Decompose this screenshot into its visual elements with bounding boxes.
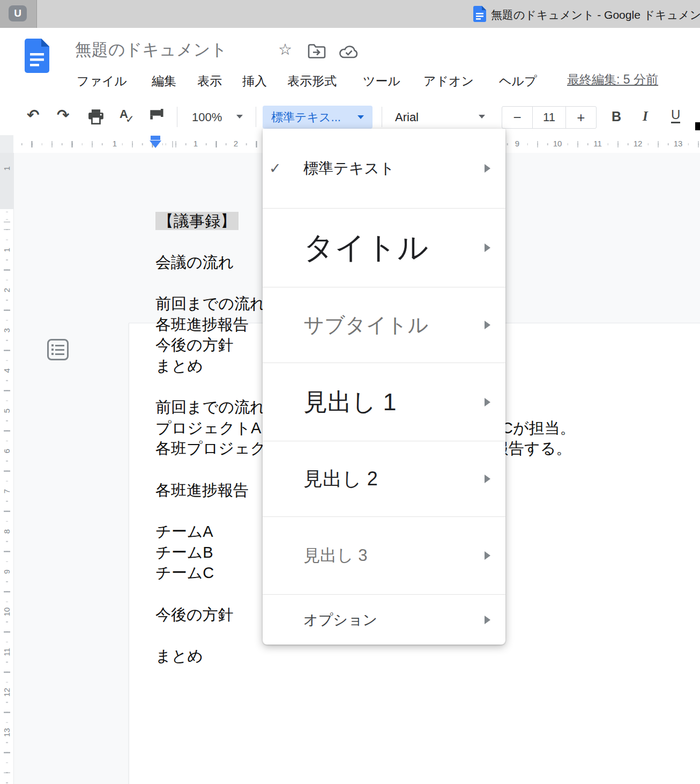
undo-button[interactable]: ↶ [27,108,39,123]
menu-item-heading-2[interactable]: 見出し 2 [263,441,505,516]
print-button[interactable] [88,109,104,125]
decrease-font-size-button[interactable]: − [502,107,533,128]
doc-line[interactable]: まとめ [155,646,203,666]
chevron-down-icon [358,115,364,119]
doc-line[interactable]: チームA [155,521,213,542]
menu-addons[interactable]: アドオン [423,73,474,90]
menu-format[interactable]: 表示形式 [287,73,337,90]
doc-line[interactable]: 今後の方針 [155,335,234,355]
ruler-corner [0,135,13,153]
submenu-arrow-icon [485,616,490,624]
menu-item-normal-text[interactable]: ✓ 標準テキスト [263,129,505,208]
doc-line[interactable]: 会議の流れ [155,252,234,272]
docs-logo-icon[interactable] [25,39,49,73]
toolbar-divider [177,107,177,127]
star-icon[interactable]: ☆ [278,42,292,57]
doc-line[interactable]: 前回までの流れ [155,397,266,417]
menu-item-options[interactable]: オプション [263,594,505,645]
font-size-control: − 11 + [502,106,597,129]
submenu-arrow-icon [485,551,490,560]
menu-item-subtitle[interactable]: サブタイトル [263,287,505,363]
menu-help[interactable]: ヘルプ [499,73,537,90]
docs-favicon-icon [473,6,486,22]
doc-line[interactable]: 今後の方針 [155,604,234,625]
submenu-arrow-icon [485,243,490,252]
paint-format-button[interactable] [149,109,165,125]
italic-button[interactable]: I [643,109,648,124]
doc-line[interactable]: 前回までの流れ [155,293,266,314]
browser-tab-bar: U 無題のドキュメント - Google ドキュメン [0,0,700,28]
chevron-down-icon[interactable] [236,115,243,119]
app-window: U 無題のドキュメント - Google ドキュメン 無題のドキュメント ☆ [0,0,700,784]
check-icon: ✓ [269,160,281,177]
menu-item-heading-3[interactable]: 見出し 3 [263,516,505,594]
browser-profile-badge[interactable]: U [9,5,27,21]
doc-line[interactable]: まとめ [155,356,203,376]
last-edit-link[interactable]: 最終編集: 5 分前 [567,71,658,88]
partial-toolbar-button[interactable] [695,122,700,130]
move-folder-icon[interactable] [308,44,326,59]
browser-tab-title[interactable]: 無題のドキュメント - Google ドキュメン [491,8,700,21]
doc-line[interactable]: チームC [155,563,214,583]
menu-tools[interactable]: ツール [363,73,400,90]
menu-file[interactable]: ファイル [77,73,127,90]
submenu-arrow-icon [485,398,490,406]
menu-insert[interactable]: 挿入 [242,73,267,90]
toolbar-divider [382,107,382,127]
styles-menu: ✓ 標準テキスト タイトル サブタイトル 見出し 1 見出し 2 見出し 3 オ… [263,129,505,645]
vertical-ruler[interactable]: 1 1 2 3 4 5 6 7 8 9 10 11 12 13 [0,153,14,784]
underline-button[interactable]: U [671,108,680,123]
doc-line[interactable]: 各班進捗報告 [155,480,249,500]
font-dropdown[interactable]: Arial [395,110,419,124]
menu-item-title[interactable]: タイトル [263,208,505,287]
bold-button[interactable]: B [612,109,621,124]
doc-line[interactable]: 【議事録】 [155,211,239,231]
header: 無題のドキュメント ☆ ファイル 編集 表示 挿入 表示形式 ツール アドオン … [0,28,700,99]
submenu-arrow-icon [485,321,490,329]
submenu-arrow-icon [485,164,490,173]
document-outline-icon[interactable] [47,339,69,360]
styles-dropdown[interactable]: 標準テキス... [263,106,373,129]
document-title-field[interactable]: 無題のドキュメント [75,39,227,61]
zoom-dropdown[interactable]: 100% [192,110,222,124]
font-size-value[interactable]: 11 [533,107,565,128]
doc-line[interactable]: 各班進捗報告 [155,314,249,335]
spellcheck-button[interactable]: A ✓ [118,107,137,125]
toolbar-divider [256,107,256,127]
menu-edit[interactable]: 編集 [152,73,176,90]
doc-line[interactable]: チームB [155,542,213,563]
indent-marker[interactable] [150,136,161,150]
redo-button[interactable]: ↷ [57,108,69,123]
doc-line-fragment[interactable]: Cが担当。 [502,418,576,438]
chevron-down-icon[interactable] [479,115,485,119]
menu-item-heading-1[interactable]: 見出し 1 [263,363,505,441]
doc-line[interactable]: 各班プロジェク [155,438,266,458]
cloud-status-icon[interactable] [339,45,359,59]
menu-view[interactable]: 表示 [197,73,222,90]
doc-line[interactable]: プロジェクトA [155,418,261,438]
submenu-arrow-icon [485,475,490,483]
increase-font-size-button[interactable]: + [565,107,596,128]
